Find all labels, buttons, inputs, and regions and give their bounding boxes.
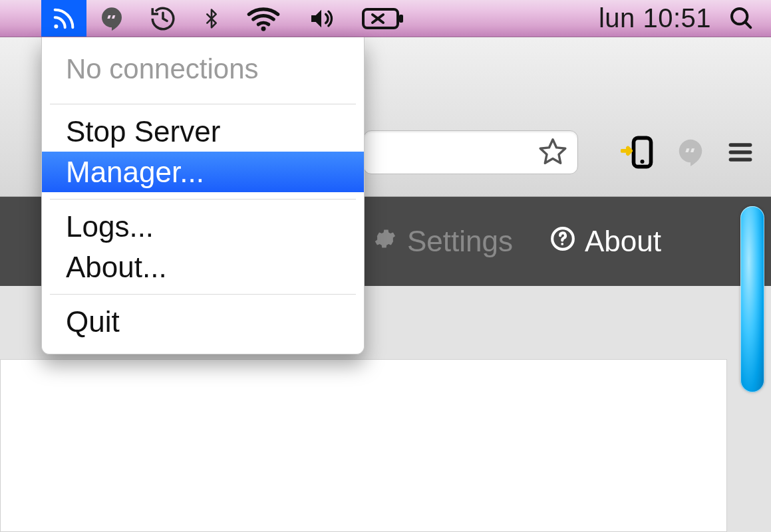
menubar-volume[interactable] xyxy=(293,0,350,37)
phone-push-icon[interactable] xyxy=(621,135,655,170)
address-bar[interactable] xyxy=(363,130,578,174)
svg-point-0 xyxy=(54,24,58,28)
nav-settings[interactable]: Settings xyxy=(373,225,513,258)
macos-menubar: lun 10:51 xyxy=(0,0,771,37)
bluetooth-icon xyxy=(201,4,222,33)
battery-icon xyxy=(362,7,404,30)
menubar-battery[interactable] xyxy=(350,0,416,37)
hangouts-ext-icon[interactable] xyxy=(675,137,706,168)
divider xyxy=(50,294,356,295)
star-icon[interactable] xyxy=(538,137,568,168)
svg-rect-3 xyxy=(399,15,403,23)
menubar-dropdown: No connections Stop Server Manager... Lo… xyxy=(41,37,365,354)
menu-quit[interactable]: Quit xyxy=(42,301,364,342)
menubar-rss-app[interactable] xyxy=(41,0,86,37)
menubar-tray xyxy=(41,0,416,37)
timemachine-icon xyxy=(149,5,177,33)
spotlight-icon[interactable] xyxy=(728,5,755,32)
content-panel xyxy=(0,359,727,532)
scrollbar[interactable] xyxy=(740,206,764,392)
menubar-right: lun 10:51 xyxy=(599,3,755,33)
svg-point-15 xyxy=(561,243,563,245)
hangouts-icon xyxy=(98,5,125,32)
gear-icon xyxy=(373,225,398,258)
nav-about[interactable]: About xyxy=(550,225,661,258)
menubar-wifi[interactable] xyxy=(234,0,293,37)
svg-point-1 xyxy=(261,26,266,31)
menu-logs[interactable]: Logs... xyxy=(42,206,364,247)
menu-stop-server[interactable]: Stop Server xyxy=(42,111,364,152)
menubar-timemachine[interactable] xyxy=(137,0,189,37)
svg-point-9 xyxy=(640,160,644,164)
menu-about[interactable]: About... xyxy=(42,247,364,287)
dropdown-header: No connections xyxy=(42,48,364,97)
rss-icon xyxy=(51,5,77,32)
volume-icon xyxy=(305,5,338,32)
divider xyxy=(50,104,356,104)
browser-toolbar xyxy=(621,129,755,176)
svg-rect-2 xyxy=(363,9,398,28)
wifi-icon xyxy=(246,5,281,32)
divider xyxy=(50,199,356,200)
menubar-hangouts[interactable] xyxy=(86,0,137,37)
menubar-bluetooth[interactable] xyxy=(189,0,234,37)
menubar-clock[interactable]: lun 10:51 xyxy=(599,3,711,33)
nav-about-label: About xyxy=(585,225,661,258)
question-icon xyxy=(550,225,575,258)
hamburger-menu-icon[interactable] xyxy=(726,138,755,167)
svg-line-7 xyxy=(745,22,750,27)
scrollbar-thumb[interactable] xyxy=(740,206,764,392)
menu-manager[interactable]: Manager... xyxy=(42,152,364,192)
nav-settings-label: Settings xyxy=(407,225,513,258)
